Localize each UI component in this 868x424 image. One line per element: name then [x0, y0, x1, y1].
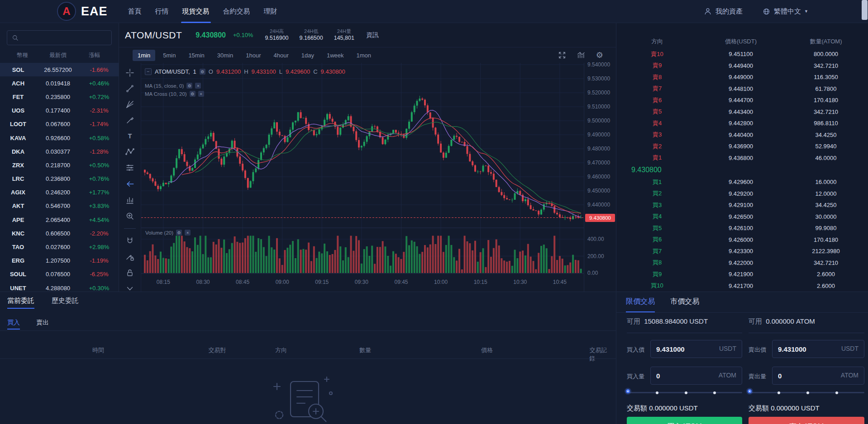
watchlist-row-FET[interactable]: FET0.235800+0.72%: [0, 90, 119, 104]
zoom-in-icon[interactable]: [125, 212, 134, 221]
timeframe-1week[interactable]: 1week: [322, 50, 349, 61]
timeframe-1min[interactable]: 1min: [133, 50, 155, 61]
bid-row-買10[interactable]: 買109.4217002.6000: [616, 280, 868, 292]
drawing-lock-icon[interactable]: [125, 252, 134, 261]
ask-row-賣7[interactable]: 賣79.44810061.7800: [616, 83, 868, 95]
close-icon[interactable]: ×: [185, 230, 191, 236]
ask-row-賣8[interactable]: 賣89.449000116.3050: [616, 71, 868, 83]
watchlist-row-KAVA[interactable]: KAVA0.926600+0.58%: [0, 131, 119, 145]
trend-line-icon[interactable]: [125, 84, 134, 93]
magnet-icon[interactable]: [125, 236, 134, 245]
close-icon[interactable]: ×: [195, 83, 201, 89]
close-icon[interactable]: ×: [198, 91, 204, 97]
sell-amount-input[interactable]: [778, 367, 832, 384]
buy-button[interactable]: 買入ATOM: [627, 417, 742, 424]
bid-row-買8[interactable]: 買89.422000342.7210: [616, 257, 868, 269]
timeframe-4hour[interactable]: 4hour: [268, 50, 293, 61]
trade-tab-限價交易[interactable]: 限價交易: [626, 297, 655, 312]
sell-amount-slider[interactable]: [749, 389, 864, 396]
bid-row-買9[interactable]: 買99.4219002.6000: [616, 269, 868, 280]
timeframe-15min[interactable]: 15min: [183, 50, 209, 61]
slider-dot-25[interactable]: [656, 391, 658, 394]
ask-row-賣2[interactable]: 賣29.43690052.9940: [616, 141, 868, 152]
slider-handle[interactable]: [748, 389, 752, 393]
sell-price-input[interactable]: [778, 340, 832, 358]
watchlist-row-ERG[interactable]: ERG1.207500-1.19%: [0, 254, 119, 268]
indicators-icon[interactable]: [577, 51, 585, 59]
crosshair-icon[interactable]: [125, 68, 134, 77]
bid-row-買7[interactable]: 買79.4233002122.3980: [616, 245, 868, 257]
text-tool-icon[interactable]: T: [125, 132, 134, 141]
chevron-down-icon[interactable]: [125, 284, 134, 292]
slider-dot-25[interactable]: [777, 391, 780, 394]
bid-row-買1[interactable]: 買19.42960016.0000: [616, 176, 868, 188]
bid-row-買3[interactable]: 買39.42910034.4250: [616, 199, 868, 211]
slider-dot-75[interactable]: [835, 391, 838, 394]
slider-dot-75[interactable]: [713, 391, 716, 394]
watchlist-row-AGIX[interactable]: AGIX0.246200+1.77%: [0, 186, 119, 199]
sell-button[interactable]: 賣出ATOM: [749, 417, 864, 424]
nav-item-行情[interactable]: 行情: [148, 0, 176, 23]
timeframe-1day[interactable]: 1day: [296, 50, 319, 61]
watchlist-row-SOUL[interactable]: SOUL0.076500-6.25%: [0, 268, 119, 281]
slider-handle[interactable]: [626, 389, 630, 393]
gann-fan-icon[interactable]: [125, 100, 134, 109]
ask-row-賣6[interactable]: 賣69.444700170.4180: [616, 94, 868, 106]
ask-row-賣5[interactable]: 賣59.443400342.7210: [616, 106, 868, 118]
logo[interactable]: A EAE: [57, 2, 108, 21]
watchlist-row-LOOT[interactable]: LOOT0.067600-1.74%: [0, 118, 119, 131]
watchlist-row-ACH[interactable]: ACH0.019418+0.46%: [0, 76, 119, 90]
nav-item-現貨交易[interactable]: 現貨交易: [176, 0, 216, 23]
collapse-icon[interactable]: −: [145, 68, 152, 75]
nav-item-合約交易[interactable]: 合約交易: [216, 0, 257, 23]
slider-dot-50[interactable]: [806, 391, 809, 394]
timeframe-30min[interactable]: 30min: [212, 50, 238, 61]
bar-pattern-icon[interactable]: [125, 196, 134, 205]
watchlist-row-LRC[interactable]: LRC0.236800+0.76%: [0, 172, 119, 186]
lock-icon[interactable]: [125, 268, 134, 277]
timeframe-1hour[interactable]: 1hour: [241, 50, 266, 61]
watchlist-row-AKT[interactable]: AKT0.546700+3.83%: [0, 199, 119, 213]
slider-dot-50[interactable]: [685, 391, 687, 394]
bid-row-買6[interactable]: 買69.426000170.4180: [616, 234, 868, 246]
scrollbar-thumb[interactable]: [862, 0, 868, 20]
gear-icon[interactable]: ⚙: [176, 230, 182, 236]
timeframe-5min[interactable]: 5min: [158, 50, 181, 61]
ask-row-賣1[interactable]: 賣19.43680046.0000: [616, 152, 868, 164]
nav-item-理財[interactable]: 理財: [257, 0, 284, 23]
orders-side-tab-買入[interactable]: 買入: [7, 319, 20, 330]
orders-tab-當前委託[interactable]: 當前委託: [7, 297, 34, 309]
watchlist-row-APE[interactable]: APE2.065400+4.54%: [0, 213, 119, 226]
price-axis[interactable]: 9.430800 9.5400009.5300009.5200009.51000…: [584, 63, 616, 292]
bid-row-買2[interactable]: 買29.42920012.0000: [616, 188, 868, 200]
fullscreen-icon[interactable]: [558, 51, 566, 59]
orders-side-tab-賣出[interactable]: 賣出: [36, 319, 49, 330]
ask-row-賣10[interactable]: 賣109.451100800.0000: [616, 48, 868, 60]
timeframe-1mon[interactable]: 1mon: [352, 50, 377, 61]
watchlist-row-KNC[interactable]: KNC0.606500-2.20%: [0, 226, 119, 240]
ask-row-賣4[interactable]: 賣49.442800986.8110: [616, 118, 868, 129]
chart-plot[interactable]: − ATOM/USDT, 1 ⚙ O9.431200 H9.433100 L9.…: [141, 63, 584, 292]
watchlist-row-ZRX[interactable]: ZRX0.218700+0.50%: [0, 158, 119, 172]
buy-amount-input[interactable]: [656, 367, 711, 384]
legend-gear-icon[interactable]: ⚙: [200, 69, 205, 75]
ask-row-賣3[interactable]: 賣39.44040034.4250: [616, 129, 868, 141]
buy-price-input[interactable]: [656, 340, 711, 358]
gear-icon[interactable]: ⚙: [186, 83, 192, 89]
watchlist-row-SOL[interactable]: SOL26.557200-1.66%: [0, 63, 119, 76]
trade-tab-市價交易[interactable]: 市價交易: [670, 297, 699, 312]
nav-item-首頁[interactable]: 首頁: [121, 0, 148, 23]
settings-gear-icon[interactable]: ⚙: [596, 51, 603, 59]
xabcd-pattern-icon[interactable]: [125, 147, 134, 156]
forecast-icon[interactable]: [125, 163, 134, 172]
bid-row-買5[interactable]: 買59.42610099.9080: [616, 222, 868, 234]
info-link[interactable]: 資訊: [366, 31, 379, 39]
my-assets-link[interactable]: 我的資產: [704, 7, 743, 16]
buy-amount-slider[interactable]: [627, 389, 742, 396]
brush-icon[interactable]: [125, 116, 134, 125]
watchlist-row-TAO[interactable]: TAO0.027600+2.98%: [0, 240, 119, 254]
gear-icon[interactable]: ⚙: [190, 91, 196, 97]
ask-row-賣9[interactable]: 賣99.449400342.7210: [616, 60, 868, 72]
orders-tab-歷史委託[interactable]: 歷史委託: [52, 297, 79, 309]
watchlist-row-UOS[interactable]: UOS0.177400-2.31%: [0, 104, 119, 118]
